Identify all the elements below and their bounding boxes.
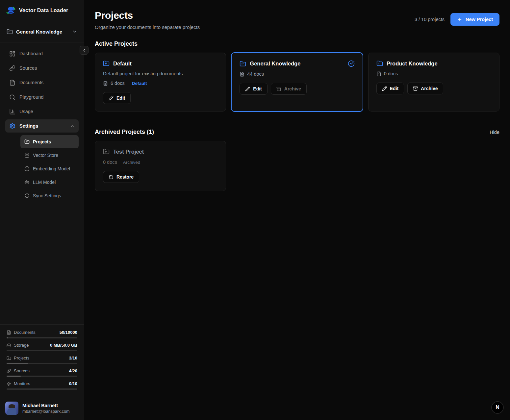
project-card-test-project[interactable]: Test Project 0 docs Archived Restore	[95, 141, 226, 191]
folder-kanban-icon	[7, 356, 11, 360]
meter-label: Sources	[14, 368, 30, 373]
sidebar-item-settings[interactable]: Settings	[5, 119, 79, 133]
project-name: Test Project	[113, 149, 144, 155]
project-selector[interactable]: General Knowledge	[5, 26, 79, 37]
sidebar-item-dashboard[interactable]: Dashboard	[5, 47, 79, 60]
projects-count: 3 / 10 projects	[415, 17, 445, 22]
file-text-icon	[7, 330, 11, 335]
edit-label: Edit	[390, 86, 398, 91]
project-card-general-knowledge[interactable]: General Knowledge 44 docs Edit	[231, 53, 363, 111]
sidebar-item-settings-sync-settings[interactable]: Sync Settings	[20, 189, 79, 202]
link-icon	[7, 369, 11, 373]
project-name: Product Knowledge	[387, 61, 438, 67]
chevron-up-icon	[70, 124, 75, 129]
folder-kanban-icon	[103, 148, 110, 155]
meter-label: Monitors	[14, 381, 30, 386]
hide-link[interactable]: Hide	[490, 130, 499, 135]
file-text-icon	[103, 81, 108, 86]
folder-kanban-icon	[376, 60, 383, 67]
progress-track	[7, 388, 77, 390]
sidebar: Vector Data Loader General Knowledge	[0, 0, 84, 420]
archive-label: Archive	[284, 86, 301, 91]
restore-label: Restore	[116, 174, 134, 180]
avatar	[5, 402, 18, 415]
meter-projects: Projects 3/10	[7, 356, 77, 364]
progress-track	[7, 363, 77, 364]
active-projects-title: Active Projects	[95, 40, 499, 47]
edit-button[interactable]: Edit	[103, 92, 131, 104]
sidebar-item-documents[interactable]: Documents	[5, 76, 79, 89]
sidebar-item-usage[interactable]: Usage	[5, 105, 79, 118]
page-header: Projects Organize your documents into se…	[95, 10, 499, 30]
project-docs-count: 44 docs	[247, 71, 264, 77]
dev-overlay-button[interactable]: N	[491, 401, 504, 414]
archived-status-label: Archived	[123, 160, 140, 165]
subnav-label: Vector Store	[33, 153, 58, 158]
sidebar-collapse-button[interactable]	[80, 46, 89, 55]
edit-button[interactable]: Edit	[240, 83, 267, 95]
nav-label: Usage	[19, 109, 33, 114]
meter-label: Documents	[14, 330, 36, 335]
meter-value: 4/20	[69, 368, 77, 373]
sidebar-nav: Dashboard Sources Documents	[0, 42, 84, 202]
sidebar-item-settings-projects[interactable]: Projects	[20, 135, 79, 148]
project-card-default[interactable]: Default Default project for existing doc…	[95, 53, 226, 111]
sidebar-item-settings-vector-store[interactable]: Vector Store	[20, 149, 79, 162]
project-name: Default	[113, 61, 132, 67]
subnav-label: Projects	[33, 139, 51, 144]
meter-label: Projects	[14, 356, 29, 360]
nav-label: Settings	[19, 123, 38, 129]
archive-button[interactable]: Archive	[407, 83, 443, 94]
sidebar-item-settings-embedding-model[interactable]: Embedding Model	[20, 162, 79, 175]
database-icon	[24, 153, 30, 158]
nextjs-logo-icon: N	[496, 405, 499, 410]
active-projects-grid: Default Default project for existing doc…	[95, 53, 499, 111]
user-profile[interactable]: Michael Barnett mbarnett@loanspark.com	[0, 396, 84, 420]
hard-drive-icon	[7, 343, 11, 348]
edit-label: Edit	[253, 86, 262, 91]
file-text-icon	[240, 72, 244, 77]
gear-icon	[9, 123, 15, 129]
usage-meters: Documents 50/10000 Storage 0 MB/50.0 GB …	[0, 324, 84, 396]
folder-kanban-icon	[103, 60, 110, 67]
archive-label: Archive	[421, 86, 438, 91]
file-text-icon	[376, 71, 381, 76]
project-docs-count: 0 docs	[384, 71, 398, 76]
search-icon	[9, 94, 15, 100]
project-docs-count: 6 docs	[111, 81, 125, 86]
chevron-left-icon	[82, 48, 87, 53]
meter-value: 0 MB/50.0 GB	[50, 343, 77, 348]
archived-projects-header: Archived Projects (1) Hide	[95, 129, 499, 136]
sidebar-item-sources[interactable]: Sources	[5, 62, 79, 75]
sidebar-item-settings-llm-model[interactable]: LLM Model	[20, 176, 79, 189]
meter-sources: Sources 4/20	[7, 368, 77, 377]
user-email: mbarnett@loanspark.com	[22, 409, 69, 414]
brain-icon	[24, 166, 30, 171]
default-badge: Default	[132, 81, 147, 86]
folder-kanban-icon	[24, 139, 30, 144]
meter-value: 50/10000	[60, 330, 77, 335]
project-name: General Knowledge	[250, 61, 300, 67]
pencil-icon	[245, 86, 250, 91]
settings-subnav: Projects Vector Store Embedding Model	[16, 135, 79, 202]
archive-button[interactable]: Archive	[271, 83, 307, 95]
main-content: Projects Organize your documents into se…	[84, 0, 510, 201]
rotate-ccw-icon	[109, 175, 114, 180]
user-info: Michael Barnett mbarnett@loanspark.com	[22, 403, 69, 414]
restore-button[interactable]: Restore	[103, 171, 139, 183]
user-name: Michael Barnett	[22, 403, 69, 408]
new-project-button[interactable]: New Project	[450, 13, 499, 26]
page-title: Projects	[95, 10, 200, 21]
nav-label: Sources	[19, 65, 37, 71]
archived-projects-grid: Test Project 0 docs Archived Restore	[95, 141, 499, 191]
chevron-down-icon	[72, 29, 77, 34]
plus-icon	[457, 17, 462, 22]
page-title-block: Projects Organize your documents into se…	[95, 10, 200, 30]
progress-fill	[7, 337, 8, 338]
sidebar-item-playground[interactable]: Playground	[5, 90, 79, 104]
link-icon	[9, 65, 15, 71]
edit-button[interactable]: Edit	[376, 83, 404, 94]
project-card-product-knowledge[interactable]: Product Knowledge 0 docs Edit	[368, 53, 499, 111]
pencil-icon	[382, 86, 387, 91]
meter-value: 0/10	[69, 381, 77, 386]
